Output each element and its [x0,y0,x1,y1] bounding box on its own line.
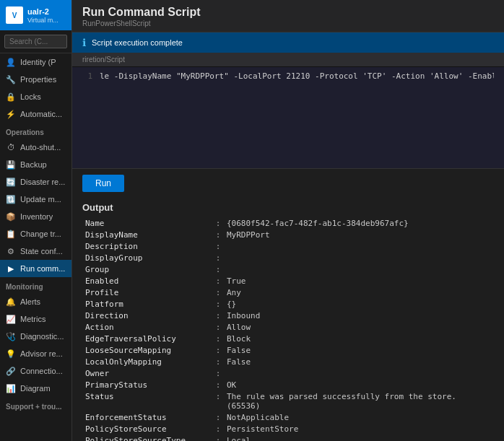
output-value: {0680f542-fac7-482f-ab1c-384deb967afc} [224,217,494,229]
output-value: NotApplicable [224,411,494,423]
sidebar-item-metrics[interactable]: 📈 Metrics [0,310,71,328]
output-value [224,240,494,252]
sidebar-item-connection[interactable]: 🔗 Connectio... [0,362,71,380]
sidebar-item-advisor[interactable]: 💡 Advisor re... [0,345,71,362]
sidebar-item-stateconf[interactable]: ⚙ State conf... [0,243,71,260]
vm-icon: V [6,6,23,24]
sidebar-item-stateconf-label: State conf... [20,247,63,256]
table-row: Description : [82,240,494,252]
script-area-header: riretion/Script [72,53,504,67]
run-button[interactable]: Run [82,175,124,192]
output-section: Output Name : {0680f542-fac7-482f-ab1c-3… [72,198,504,441]
output-value: Allow [224,321,494,333]
sidebar-item-autoshut[interactable]: ⏱ Auto-shut... [0,139,71,156]
output-sep: : [212,344,224,356]
output-value: Inbound [224,310,494,321]
output-key: PrimaryStatus [82,379,212,390]
output-key: PolicyStoreSource [82,423,212,435]
run-button-row: Run [72,168,504,198]
table-row: PolicyStoreSourceType : Local [82,435,494,441]
sidebar-item-properties[interactable]: 🔧 Properties [0,71,71,88]
sidebar-item-disaster-label: Disaster re... [20,178,65,186]
inventory-icon: 📦 [6,211,16,222]
script-header-label: riretion/Script [82,56,125,64]
table-row: Status : The rule was parsed successfull… [82,390,494,411]
output-key: LooseSourceMapping [82,344,212,356]
output-sep: : [212,423,224,435]
line-number-1: 1 [82,71,92,81]
sidebar-item-update-label: Update m... [20,195,61,204]
output-key: Owner [82,367,212,379]
output-sep: : [212,333,224,344]
table-row: Profile : Any [82,287,494,298]
output-value [224,252,494,263]
table-row: Owner : [82,367,494,379]
page-subtitle: RunPowerShellScript [82,19,494,27]
sidebar-header-info: ualr-2 Virtual m... [27,6,58,24]
output-sep: : [212,310,224,321]
output-value: Any [224,287,494,298]
output-value: PersistentStore [224,423,494,435]
sidebar-item-properties-label: Properties [20,75,56,84]
sidebar-item-alerts[interactable]: 🔔 Alerts [0,293,71,310]
sidebar-section-general: 👤 Identity (P 🔧 Properties 🔒 Locks ⚡ Aut… [0,53,71,123]
sidebar-item-locks[interactable]: 🔒 Locks [0,88,71,105]
output-sep: : [212,321,224,333]
output-value: {} [224,298,494,310]
sidebar-item-disaster[interactable]: 🔄 Disaster re... [0,173,71,191]
output-sep: : [212,229,224,240]
main-content: Run Command Script RunPowerShellScript ℹ… [72,0,504,441]
output-value: False [224,356,494,367]
table-row: Group : [82,263,494,275]
sidebar-item-update[interactable]: 🔃 Update m... [0,191,71,208]
output-key: Enabled [82,275,212,287]
autoshut-icon: ⏱ [6,142,16,152]
connection-icon: 🔗 [6,366,16,376]
table-row: Name : {0680f542-fac7-482f-ab1c-384deb96… [82,217,494,229]
sidebar-item-diagram[interactable]: 📊 Diagram [0,380,71,397]
output-value: OK [224,379,494,390]
script-editor[interactable]: 1 le -DisplayName "MyRDPPort" -LocalPort… [72,67,504,168]
table-row: LooseSourceMapping : False [82,344,494,356]
sidebar-item-metrics-label: Metrics [20,315,45,323]
table-row: DisplayGroup : [82,252,494,263]
sidebar-item-backup[interactable]: 💾 Backup [0,156,71,173]
table-row: Enabled : True [82,275,494,287]
sidebar-item-automation[interactable]: ⚡ Automatic... [0,105,71,123]
notification-bar: ℹ Script execution complete [72,32,504,53]
output-sep: : [212,240,224,252]
table-row: Direction : Inbound [82,310,494,321]
script-code-content: le -DisplayName "MyRDPPort" -LocalPort 2… [100,71,494,81]
changetr-icon: 📋 [6,229,16,239]
output-sep: : [212,287,224,298]
alerts-icon: 🔔 [6,297,16,307]
output-key: Profile [82,287,212,298]
sidebar-item-locks-label: Locks [20,92,41,101]
sidebar-item-changetr[interactable]: 📋 Change tr... [0,225,71,243]
search-input[interactable] [4,35,67,48]
output-sep: : [212,356,224,367]
output-sep: : [212,411,224,423]
sidebar-item-identity[interactable]: 👤 Identity (P [0,53,71,71]
page-header: Run Command Script RunPowerShellScript [72,0,504,32]
output-sep: : [212,367,224,379]
output-sep: : [212,275,224,287]
page-title: Run Command Script [82,6,494,19]
sidebar-item-runcommand[interactable]: ▶ Run comm... [0,260,71,277]
sidebar-item-inventory[interactable]: 📦 Inventory [0,208,71,225]
output-sep: : [212,379,224,390]
sidebar-item-autoshut-label: Auto-shut... [20,143,61,152]
automation-icon: ⚡ [6,109,16,119]
output-value: MyRDPPort [224,229,494,240]
sidebar-item-runcommand-label: Run comm... [20,264,65,273]
monitoring-section-title: Monitoring [0,277,71,293]
output-value [224,263,494,275]
output-key: EnforcementStatus [82,411,212,423]
output-value [224,367,494,379]
sidebar-item-diagnostics[interactable]: 🩺 Diagnostic... [0,328,71,345]
sidebar-item-advisor-label: Advisor re... [20,349,63,358]
output-sep: : [212,298,224,310]
sidebar-item-diagram-label: Diagram [20,384,51,393]
output-key: Action [82,321,212,333]
output-value: Block [224,333,494,344]
